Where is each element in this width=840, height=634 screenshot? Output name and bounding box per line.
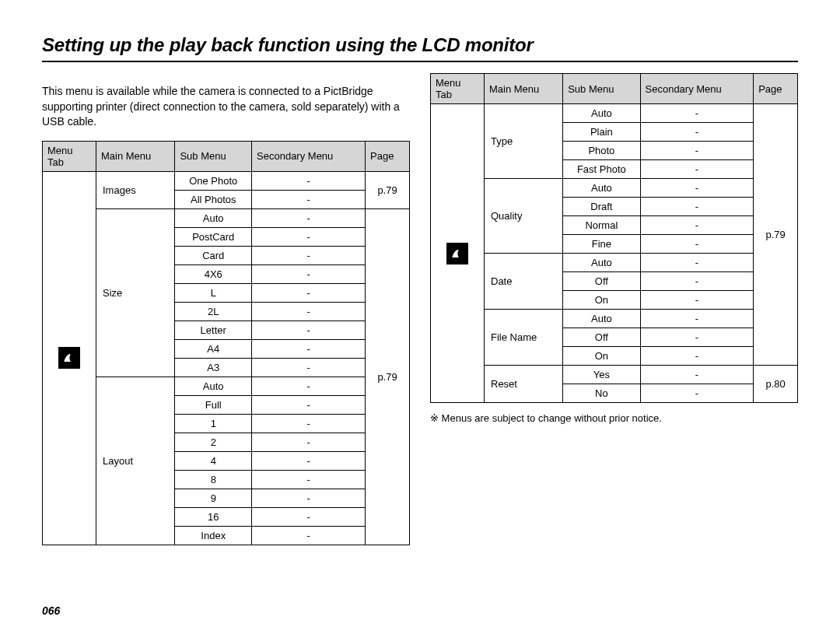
sec-cell: - bbox=[640, 216, 754, 235]
sec-cell: - bbox=[252, 208, 366, 227]
sub-cell: One Photo bbox=[175, 171, 252, 190]
sec-cell: - bbox=[252, 302, 366, 321]
col-main-menu: Main Menu bbox=[485, 74, 563, 104]
sec-cell: - bbox=[252, 377, 366, 395]
main-filename: File Name bbox=[485, 310, 563, 366]
page-title: Setting up the play back function using … bbox=[42, 34, 798, 56]
sec-cell: - bbox=[252, 171, 366, 190]
sec-cell: - bbox=[640, 328, 754, 347]
sub-cell: Normal bbox=[563, 216, 640, 235]
col-main-menu: Main Menu bbox=[96, 141, 175, 171]
sec-cell: - bbox=[252, 246, 366, 264]
sub-cell: Draft bbox=[563, 198, 640, 216]
sub-cell: 8 bbox=[175, 470, 252, 489]
sub-cell: Auto bbox=[175, 208, 252, 227]
sub-cell: Yes bbox=[563, 366, 640, 384]
main-layout: Layout bbox=[96, 377, 175, 545]
sub-cell: 2L bbox=[175, 302, 252, 321]
sec-cell: - bbox=[252, 433, 366, 451]
sec-cell: - bbox=[640, 366, 754, 384]
sec-cell: - bbox=[252, 227, 366, 246]
col-page: Page bbox=[754, 74, 798, 104]
sec-cell: - bbox=[252, 470, 366, 489]
main-size: Size bbox=[96, 208, 175, 377]
sec-cell: - bbox=[640, 384, 754, 403]
sub-cell: Auto bbox=[563, 310, 640, 328]
page-ref: p.80 bbox=[754, 366, 798, 403]
sub-cell: Fast Photo bbox=[563, 160, 640, 179]
sub-cell: Auto bbox=[175, 377, 252, 395]
page-number: 066 bbox=[42, 604, 60, 617]
page-ref: p.79 bbox=[366, 208, 410, 545]
sec-cell: - bbox=[640, 254, 754, 272]
sub-cell: All Photos bbox=[175, 190, 252, 208]
main-images: Images bbox=[96, 171, 175, 208]
sub-cell: Auto bbox=[563, 254, 640, 272]
sub-cell: A4 bbox=[175, 339, 252, 358]
menu-tab-icon-cell bbox=[431, 104, 485, 403]
col-menu-tab: Menu Tab bbox=[43, 141, 96, 171]
sub-cell: Auto bbox=[563, 179, 640, 198]
sec-cell: - bbox=[640, 198, 754, 216]
sec-cell: - bbox=[252, 507, 366, 526]
sub-cell: 9 bbox=[175, 489, 252, 507]
sec-cell: - bbox=[252, 264, 366, 283]
sec-cell: - bbox=[640, 142, 754, 160]
sec-cell: - bbox=[252, 395, 366, 414]
page-ref: p.79 bbox=[754, 104, 798, 366]
sub-cell: L bbox=[175, 283, 252, 302]
sub-cell: Full bbox=[175, 395, 252, 414]
sec-cell: - bbox=[252, 283, 366, 302]
sec-cell: - bbox=[252, 358, 366, 377]
sub-cell: Letter bbox=[175, 321, 252, 339]
col-page: Page bbox=[366, 141, 410, 171]
intro-text: This menu is available while the camera … bbox=[42, 84, 410, 130]
sub-cell: Fine bbox=[563, 235, 640, 254]
sub-cell: On bbox=[563, 347, 640, 366]
main-quality: Quality bbox=[485, 179, 563, 254]
sub-cell: Auto bbox=[563, 104, 640, 123]
sec-cell: - bbox=[640, 310, 754, 328]
main-reset: Reset bbox=[485, 366, 563, 403]
sec-cell: - bbox=[640, 235, 754, 254]
sec-cell: - bbox=[252, 451, 366, 470]
pictbridge-icon bbox=[446, 243, 468, 264]
sub-cell: Plain bbox=[563, 123, 640, 142]
sub-cell: Index bbox=[175, 526, 252, 545]
sub-cell: PostCard bbox=[175, 227, 252, 246]
sub-cell: Card bbox=[175, 246, 252, 264]
sub-cell: 2 bbox=[175, 433, 252, 451]
sec-cell: - bbox=[640, 160, 754, 179]
sub-cell: 16 bbox=[175, 507, 252, 526]
sec-cell: - bbox=[252, 190, 366, 208]
sub-cell: 1 bbox=[175, 414, 252, 433]
sec-cell: - bbox=[640, 104, 754, 123]
col-secondary-menu: Secondary Menu bbox=[252, 141, 366, 171]
pictbridge-icon bbox=[58, 347, 80, 369]
sub-cell: No bbox=[563, 384, 640, 403]
main-date: Date bbox=[485, 254, 563, 310]
sub-cell: Off bbox=[563, 272, 640, 291]
sec-cell: - bbox=[252, 414, 366, 433]
sec-cell: - bbox=[640, 123, 754, 142]
page-ref: p.79 bbox=[366, 171, 410, 208]
sec-cell: - bbox=[252, 321, 366, 339]
col-sub-menu: Sub Menu bbox=[175, 141, 252, 171]
sec-cell: - bbox=[252, 339, 366, 358]
sub-cell: 4X6 bbox=[175, 264, 252, 283]
sec-cell: - bbox=[640, 347, 754, 366]
main-type: Type bbox=[485, 104, 563, 179]
title-underline bbox=[42, 61, 798, 62]
footnote-text: ※ Menus are subject to change without pr… bbox=[430, 412, 798, 424]
sec-cell: - bbox=[640, 291, 754, 310]
sec-cell: - bbox=[640, 179, 754, 198]
right-menu-table: Menu Tab Main Menu Sub Menu Secondary Me… bbox=[430, 73, 798, 403]
sub-cell: On bbox=[563, 291, 640, 310]
sub-cell: Off bbox=[563, 328, 640, 347]
menu-tab-icon-cell bbox=[43, 171, 96, 545]
left-menu-table: Menu Tab Main Menu Sub Menu Secondary Me… bbox=[42, 141, 410, 545]
sec-cell: - bbox=[252, 526, 366, 545]
col-menu-tab: Menu Tab bbox=[431, 74, 485, 104]
sub-cell: 4 bbox=[175, 451, 252, 470]
sec-cell: - bbox=[640, 272, 754, 291]
